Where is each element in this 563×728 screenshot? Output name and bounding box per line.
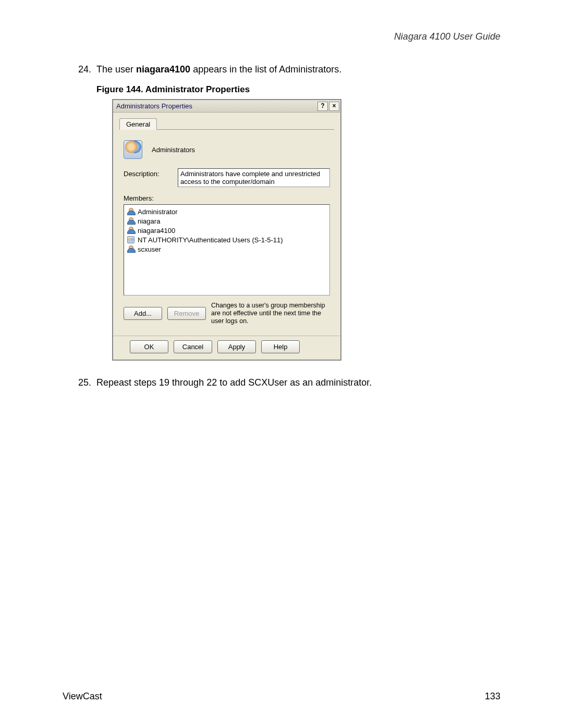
dialog-screenshot: Administrators Properties ? × General Ad… (112, 99, 500, 361)
page-header-title: Niagara 4100 User Guide (63, 31, 500, 42)
figure-caption: Figure 144. Administrator Properties (96, 84, 500, 95)
user-icon (127, 245, 134, 253)
tab-general[interactable]: General (119, 118, 157, 130)
tab-strip: General (119, 118, 334, 130)
members-list[interactable]: Administrator niagara niagara4100 NT AUT… (124, 204, 330, 295)
user-icon (127, 217, 134, 225)
description-field[interactable]: Administrators have complete and unrestr… (178, 168, 330, 187)
dialog-body: General Administrators Description: Admi… (113, 113, 340, 336)
member-name: scxuser (138, 245, 161, 253)
footer-left: ViewCast (63, 691, 102, 702)
document-page: Niagara 4100 User Guide 24. The user nia… (0, 0, 563, 728)
membership-change-note: Changes to a user's group membership are… (211, 302, 330, 325)
dialog-title: Administrators Properties (116, 102, 317, 110)
list-item[interactable]: NT AUTHORITY\Authenticated Users (S-1-5-… (127, 235, 326, 244)
step-25: 25. Repeast steps 19 through 22 to add S… (78, 376, 500, 389)
description-row: Description: Administrators have complet… (119, 168, 334, 194)
apply-button[interactable]: Apply (217, 340, 256, 353)
group-icon (127, 236, 134, 243)
description-label: Description: (124, 168, 168, 178)
member-name: Administrator (138, 208, 178, 216)
list-item[interactable]: niagara (127, 216, 326, 226)
step-text: The user niagara4100 appears in the list… (96, 63, 500, 76)
help-button[interactable]: Help (261, 340, 300, 353)
list-item[interactable]: Administrator (127, 207, 326, 216)
user-icon (127, 208, 134, 215)
member-name: niagara4100 (138, 227, 175, 235)
dialog-footer: OK Cancel Apply Help (113, 336, 340, 360)
step-number: 24. (78, 63, 96, 76)
step-bold: niagara4100 (136, 64, 190, 75)
step-suffix: appears in the list of Administrators. (190, 64, 341, 75)
footer-page-number: 133 (485, 691, 500, 702)
step-text: Repeast steps 19 through 22 to add SCXUs… (96, 376, 500, 389)
step-number: 25. (78, 376, 96, 389)
administrators-properties-dialog: Administrators Properties ? × General Ad… (112, 99, 341, 361)
ok-button[interactable]: OK (130, 340, 168, 353)
cancel-button[interactable]: Cancel (174, 340, 212, 353)
user-icon (127, 227, 134, 234)
add-button[interactable]: Add... (124, 307, 162, 320)
members-button-row: Add... Remove Changes to a user's group … (119, 295, 334, 329)
dialog-titlebar: Administrators Properties ? × (113, 100, 340, 113)
help-icon[interactable]: ? (317, 102, 328, 111)
list-item[interactable]: niagara4100 (127, 226, 326, 235)
remove-button: Remove (167, 307, 206, 320)
step-24: 24. The user niagara4100 appears in the … (78, 63, 500, 76)
members-label: Members: (119, 194, 334, 204)
close-icon[interactable]: × (329, 102, 339, 111)
step-prefix: The user (96, 64, 136, 75)
member-name: NT AUTHORITY\Authenticated Users (S-1-5-… (138, 236, 283, 244)
group-header-row: Administrators (119, 137, 334, 168)
member-name: niagara (138, 217, 160, 225)
group-name: Administrators (152, 146, 195, 154)
list-item[interactable]: scxuser (127, 244, 326, 254)
page-footer: ViewCast 133 (63, 670, 500, 728)
administrators-group-icon (124, 140, 142, 159)
